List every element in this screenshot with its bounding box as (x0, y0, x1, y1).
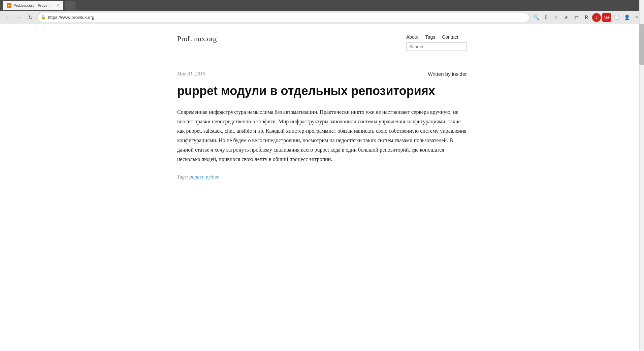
ext-arrow-icon[interactable]: ⇄ (572, 13, 581, 22)
user-icon[interactable]: 👤 (622, 13, 631, 22)
tag-python[interactable]: python (206, 174, 220, 180)
article: May 31, 2015 Written by insider puppet м… (177, 71, 467, 180)
article-meta: May 31, 2015 Written by insider (177, 71, 467, 77)
address-bar[interactable]: 🔒 (37, 13, 529, 22)
site-header: ProLinux.org About Tags Contact (177, 34, 467, 51)
tab-bar: P ProLinux.org - ProLin... × (0, 0, 644, 11)
article-title: puppet модули в отдельных репозиториях (177, 84, 467, 98)
search-icon[interactable]: 🔍 (532, 13, 540, 22)
tab-title: ProLinux.org - ProLin... (13, 3, 55, 7)
bookmark-icon[interactable]: ☆ (552, 13, 560, 22)
toolbar-extensions: 🔍 𝕀 ☆ ★ ⇄ R 2 ABP 🕐 👤 ≡ (532, 13, 641, 22)
url-input[interactable] (48, 15, 526, 20)
ext-star-icon[interactable]: ★ (562, 13, 571, 22)
back-button[interactable]: ← (3, 13, 12, 22)
ext-notification-icon[interactable]: 2 (592, 13, 601, 22)
page-content: ProLinux.org About Tags Contact May 31, … (0, 24, 644, 351)
search-input[interactable] (406, 42, 467, 51)
forward-button[interactable]: → (14, 13, 24, 22)
security-icon: 🔒 (41, 15, 46, 20)
tab-close-icon[interactable]: × (57, 3, 59, 8)
active-tab[interactable]: P ProLinux.org - ProLin... × (3, 1, 63, 10)
adblock-icon[interactable]: ABP (602, 13, 611, 22)
ext-r-icon[interactable]: R (582, 13, 591, 22)
article-tags: Tags: puppet, python (177, 174, 467, 180)
nav-about[interactable]: About (406, 34, 419, 40)
reader-mode-icon[interactable]: 𝕀 (542, 13, 550, 22)
refresh-button[interactable]: ↻ (26, 13, 35, 22)
nav-contact[interactable]: Contact (442, 34, 458, 40)
tab-favicon: P (7, 3, 11, 8)
site-logo[interactable]: ProLinux.org (177, 34, 217, 43)
article-date: May 31, 2015 (177, 71, 205, 77)
site-nav: About Tags Contact (406, 34, 467, 51)
new-tab-button[interactable] (65, 1, 75, 10)
article-author: Written by insider (428, 71, 467, 77)
page-inner: ProLinux.org About Tags Contact May 31, … (170, 24, 474, 200)
article-body: Современная инфраструктура немыслима без… (177, 107, 467, 164)
nav-links: About Tags Contact (406, 34, 458, 40)
browser-chrome: P ProLinux.org - ProLin... × ← → ↻ 🔒 🔍 𝕀… (0, 0, 644, 24)
nav-tags[interactable]: Tags (425, 34, 436, 40)
clock-icon[interactable]: 🕐 (612, 13, 621, 22)
scrollbar-thumb[interactable] (639, 24, 644, 65)
scrollbar[interactable] (639, 0, 644, 351)
browser-toolbar: ← → ↻ 🔒 🔍 𝕀 ☆ ★ ⇄ R 2 ABP 🕐 👤 ≡ (0, 11, 644, 24)
tags-label: Tags: (177, 174, 188, 180)
tag-puppet[interactable]: puppet (190, 174, 203, 180)
